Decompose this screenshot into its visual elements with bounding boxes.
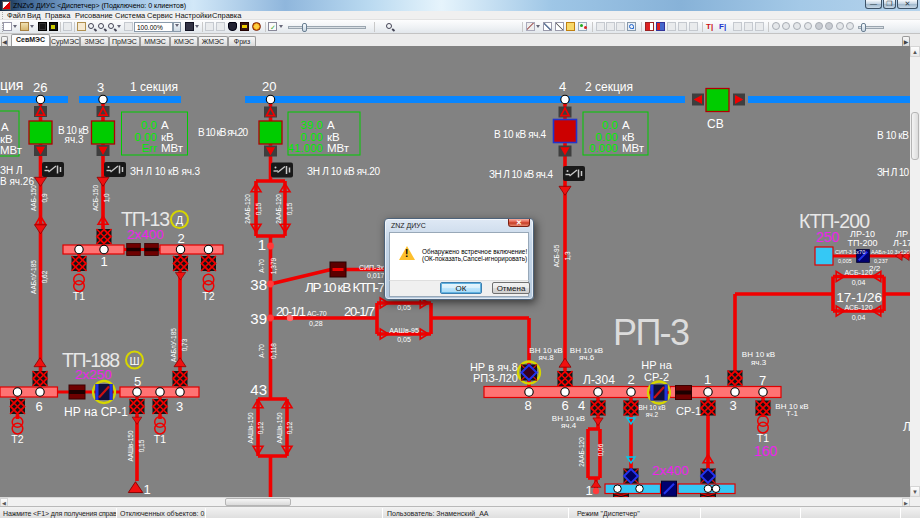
svg-text:кВ: кВ: [622, 131, 635, 143]
svg-text:Л-304: Л-304: [583, 373, 615, 387]
svg-text:0,62: 0,62: [41, 270, 48, 283]
svg-text:2ААБ-120: 2ААБ-120: [578, 437, 585, 467]
svg-text:1,379: 1,379: [270, 257, 277, 274]
svg-text:0,15: 0,15: [255, 202, 262, 215]
svg-text:ЗН Л 10 кВ яч.4: ЗН Л 10 кВ яч.4: [489, 169, 553, 180]
svg-text:яч.8: яч.8: [538, 353, 554, 362]
svg-text:ААШв-150: ААШв-150: [127, 430, 134, 461]
svg-text:1: 1: [143, 482, 150, 497]
svg-text:0,06: 0,06: [597, 443, 604, 456]
svg-text:СИП-3 1х70: СИП-3 1х70: [835, 249, 865, 255]
svg-text:3: 3: [729, 398, 736, 413]
svg-text:ААБлУ-185: ААБлУ-185: [170, 328, 177, 362]
svg-text:20-1/1: 20-1/1: [276, 304, 306, 319]
svg-text:43: 43: [250, 381, 267, 398]
svg-text:Т-1: Т-1: [786, 409, 799, 418]
svg-text:кВ: кВ: [0, 133, 13, 145]
svg-text:2х400: 2х400: [652, 463, 689, 478]
svg-text:0.000: 0.000: [589, 142, 618, 154]
svg-text:СР-2: СР-2: [644, 371, 669, 383]
svg-text:НР на СР-1: НР на СР-1: [64, 405, 128, 419]
svg-text:7: 7: [759, 373, 766, 388]
svg-text:В 10 кВ яч.4: В 10 кВ яч.4: [494, 129, 546, 140]
svg-text:0,15: 0,15: [138, 439, 145, 452]
svg-text:АСБ-120: АСБ-120: [844, 304, 872, 311]
svg-text:1: 1: [258, 236, 266, 253]
svg-text:2/2: 2/2: [869, 264, 881, 273]
svg-text:РП-3: РП-3: [613, 312, 690, 353]
svg-text:ААБлУ-185: ААБлУ-185: [30, 260, 37, 294]
svg-text:СР-1: СР-1: [676, 405, 701, 417]
svg-text:В 10 кВ яч.20: В 10 кВ яч.20: [198, 127, 248, 138]
svg-text:ААБл-10 3х120: ААБл-10 3х120: [871, 249, 910, 255]
svg-text:2 секция: 2 секция: [585, 80, 633, 94]
svg-text:0,73: 0,73: [181, 338, 188, 351]
svg-text:Т2: Т2: [11, 433, 23, 445]
svg-text:250: 250: [816, 229, 840, 245]
svg-text:ЗН Л 10 кВ яч.20: ЗН Л 10 кВ яч.20: [307, 166, 380, 177]
svg-text:АСБ-95: АСБ-95: [553, 244, 560, 267]
svg-text:ААБ-150: ААБ-150: [30, 185, 37, 211]
svg-text:6: 6: [561, 398, 568, 413]
svg-text:0,12: 0,12: [286, 421, 293, 434]
svg-text:В яч.26: В яч.26: [0, 176, 34, 187]
svg-text:А: А: [622, 119, 630, 131]
svg-text:АСБ-150: АСБ-150: [92, 185, 99, 212]
svg-text:1 секция: 1 секция: [130, 80, 178, 94]
svg-text:6: 6: [35, 399, 42, 414]
svg-text:НР на: НР на: [641, 359, 672, 371]
svg-text:2: 2: [177, 231, 184, 246]
svg-text:26: 26: [33, 80, 47, 95]
svg-text:0,9: 0,9: [41, 193, 48, 202]
svg-text:0.0: 0.0: [141, 119, 157, 131]
svg-text:0,05: 0,05: [397, 304, 411, 311]
svg-text:РПЗ-Л20: РПЗ-Л20: [473, 372, 518, 384]
svg-text:кВ: кВ: [327, 131, 340, 143]
svg-text:0,04: 0,04: [852, 279, 866, 286]
svg-text:яч.3: яч.3: [65, 134, 84, 145]
svg-text:ЛР 10 кВ КТП-7: ЛР 10 кВ КТП-7: [305, 280, 385, 295]
svg-text:3: 3: [97, 80, 104, 95]
svg-text:Т2: Т2: [202, 290, 214, 302]
svg-text:0,12: 0,12: [257, 421, 264, 434]
svg-text:Ш: Ш: [129, 355, 139, 367]
svg-text:0.00: 0.00: [135, 131, 157, 143]
svg-text:0,28: 0,28: [309, 320, 323, 327]
svg-text:ция: ция: [0, 77, 23, 93]
svg-text:2: 2: [627, 372, 634, 387]
svg-text:0,017: 0,017: [367, 272, 385, 279]
svg-text:2ААБ-120: 2ААБ-120: [244, 194, 251, 224]
svg-text:МВт: МВт: [161, 142, 184, 154]
svg-text:4: 4: [578, 398, 585, 413]
svg-text:1: 1: [585, 483, 592, 497]
svg-text:яч.2: яч.2: [646, 411, 659, 418]
svg-text:МВт: МВт: [0, 144, 23, 156]
svg-text:160: 160: [754, 443, 778, 459]
svg-text:яч.6: яч.6: [579, 353, 595, 362]
svg-text:ААШв-150: ААШв-150: [276, 412, 283, 443]
svg-text:В 10 кВ: В 10 кВ: [877, 130, 909, 141]
svg-text:1: 1: [704, 372, 711, 387]
svg-text:8: 8: [524, 398, 531, 413]
svg-text:20-1/7: 20-1/7: [344, 304, 375, 319]
svg-text:ЗН Л: ЗН Л: [0, 165, 23, 176]
svg-text:1,0: 1,0: [103, 193, 110, 202]
svg-text:0,005: 0,005: [838, 258, 852, 264]
svg-text:0.00: 0.00: [596, 131, 618, 143]
svg-text:41.000: 41.000: [288, 142, 323, 154]
svg-text:20: 20: [262, 79, 276, 94]
svg-text:МВт: МВт: [327, 142, 350, 154]
svg-text:Т1: Т1: [73, 290, 85, 302]
svg-text:0,05: 0,05: [397, 336, 411, 343]
svg-text:СВ: СВ: [707, 117, 724, 131]
svg-text:0.00: 0.00: [301, 131, 323, 143]
svg-text:2ААБ-120: 2ААБ-120: [275, 194, 282, 224]
svg-text:39: 39: [250, 310, 267, 327]
svg-text:Д: Д: [176, 214, 184, 226]
svg-text:ВН 10 кВ: ВН 10 кВ: [638, 404, 665, 411]
svg-text:МВт: МВт: [622, 142, 645, 154]
svg-text:0.0: 0.0: [602, 119, 618, 131]
svg-text:Т1: Т1: [757, 432, 769, 444]
svg-text:ААШв-150: ААШв-150: [247, 412, 254, 443]
svg-text:38: 38: [250, 276, 267, 293]
